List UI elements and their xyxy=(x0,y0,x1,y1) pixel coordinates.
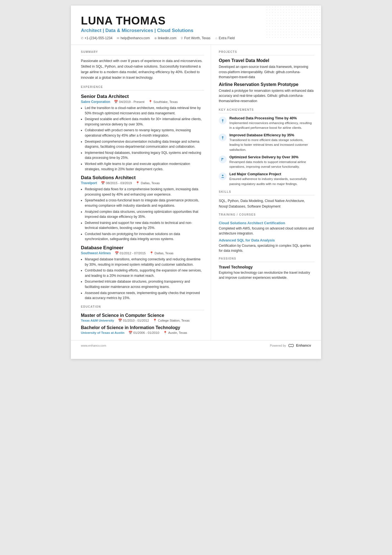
svg-point-0 xyxy=(222,119,223,120)
star-icon: ☆ xyxy=(215,36,218,40)
pin-icon-1: 📍 xyxy=(148,100,152,104)
edu-item-2: Bachelor of Science in Information Techn… xyxy=(81,325,204,335)
edu-school-2: University of Texas at Austin xyxy=(81,331,125,334)
achievement-item-3: Optimized Service Delivery by Over 30% R… xyxy=(219,155,314,169)
skills-text: SQL, Python, Data Modeling, Cloud Native… xyxy=(219,198,314,209)
projects-divider xyxy=(219,55,314,55)
passion-title-1: Travel Technology xyxy=(219,265,314,269)
achievement-title-1: Reduced Data Processing Time by 40% xyxy=(229,116,314,120)
person-achievement-icon xyxy=(221,174,225,178)
svg-point-3 xyxy=(222,175,223,176)
pin-icon-edu2: 📍 xyxy=(163,331,167,335)
contact-info: ✆ +1-(234)-555-1234 ✉ help@enhancv.com ⊕… xyxy=(81,36,311,40)
candidate-title: Architect | Data & Microservices | Cloud… xyxy=(81,28,311,33)
extra-contact: ☆ Extra Field xyxy=(215,36,235,40)
achievements-label: KEY ACHIEVEMENTS xyxy=(219,108,314,111)
link-icon: ⊕ xyxy=(154,36,157,40)
powered-by-text: Powered by xyxy=(270,344,286,347)
email-contact: ✉ help@enhancv.com xyxy=(117,36,150,40)
achievements-divider xyxy=(219,113,314,113)
footer-branding: Powered by Enhancv xyxy=(270,343,311,348)
job-meta-1: Sabre Corporation 📅 04/2019 - Present 📍 … xyxy=(81,100,204,104)
main-content: SUMMARY Passionate architect with over 8… xyxy=(71,45,321,340)
achievement-item-2: Improved Database Efficiency by 35% Tran… xyxy=(219,133,314,152)
education-divider xyxy=(81,310,204,310)
edu-meta-1: Texas A&M University 📅 01/2010 - 01/2012… xyxy=(81,319,204,322)
footer-website: www.enhancv.com xyxy=(81,344,106,347)
phone-icon: ✆ xyxy=(81,36,83,40)
bullet-1-2: Designed scalable and efficient data mod… xyxy=(85,117,204,127)
job-dates-2: 📅 08/2015 - 03/2019 xyxy=(101,181,132,185)
svg-rect-2 xyxy=(222,158,222,161)
bullet-3-2: Contributed to data modeling efforts, su… xyxy=(85,268,204,278)
education-label: EDUCATION xyxy=(81,305,204,308)
bullet-2-4: Delivered training and support for new d… xyxy=(85,220,204,231)
edu-school-1: Texas A&M University xyxy=(81,319,114,322)
job-bullets-2: Redesigned data flows for a comprehensiv… xyxy=(81,187,204,242)
training-title-1: Cloud Solutions Architect Certification xyxy=(219,221,314,225)
job-bullets-3: Managed database transitions, enhancing … xyxy=(81,257,204,301)
passions-divider xyxy=(219,262,314,262)
job-meta-3: Southwest Airlines 📅 01/2012 - 07/2015 📍… xyxy=(81,251,204,255)
summary-divider xyxy=(81,55,204,55)
achievement-title-2: Improved Database Efficiency by 35% xyxy=(229,133,314,137)
edu-degree-2: Bachelor of Science in Information Techn… xyxy=(81,325,204,330)
achievement-title-3: Optimized Service Delivery by Over 30% xyxy=(229,155,314,159)
training-desc-1: Completed with AWS, focusing on advanced… xyxy=(219,226,314,236)
achievement-icon-4 xyxy=(219,172,227,180)
pin-icon-3: 📍 xyxy=(150,251,153,255)
right-column: PROJECTS Open Travel Data Model Develope… xyxy=(211,45,321,340)
job-location-2: 📍 Dallas, Texas xyxy=(136,181,160,185)
bullet-3-4: Assessed data governance needs, implemen… xyxy=(85,290,204,301)
location-contact: ⚲ Fort Worth, Texas xyxy=(181,36,210,40)
edu-loc-2: 📍 Austin, Texas xyxy=(163,331,187,335)
bullet-1-5: Implemented Nosql databases, transitioni… xyxy=(85,150,204,161)
calendar-icon-3: 📅 xyxy=(115,251,119,255)
calendar-icon-1: 📅 xyxy=(114,100,118,104)
phone-contact: ✆ +1-(234)-555-1234 xyxy=(81,36,112,40)
achievement-desc-4: Ensured adherence to industry standards,… xyxy=(229,177,314,186)
job-meta-2: Travelport 📅 08/2015 - 03/2019 📍 Dallas,… xyxy=(81,181,204,185)
project-title-2: Airline Reservation System Prototype xyxy=(219,82,314,87)
achievement-content-1: Reduced Data Processing Time by 40% Impl… xyxy=(229,116,314,130)
candidate-name: LUNA THOMAS xyxy=(81,14,311,27)
training-label: TRAINING / COURSES xyxy=(219,213,314,216)
training-item-2: Advanced SQL for Data Analysis Certifica… xyxy=(219,238,314,253)
bullet-1-3: Collaborated with product owners to reva… xyxy=(85,128,204,138)
job-company-1: Sabre Corporation xyxy=(81,100,110,104)
project-desc-1: Developed an open-source travel data fra… xyxy=(219,64,314,80)
experience-label: EXPERIENCE xyxy=(81,85,204,88)
training-desc-2: Certification by Coursera, specializing … xyxy=(219,243,314,253)
enhancv-logo-icon xyxy=(288,343,294,348)
bullet-2-5: Conducted hands-on prototyping for innov… xyxy=(85,231,204,242)
job-location-1: 📍 Southlake, Texas xyxy=(148,100,178,104)
job-bullets-1: Led the transition to a cloud-native arc… xyxy=(81,105,204,172)
job-title-2: Data Solutions Architect xyxy=(81,175,204,181)
bullet-1-4: Developed comprehensive documentation in… xyxy=(85,139,204,149)
linkedin-contact: ⊕ linkedin.com xyxy=(154,36,177,40)
job-title-1: Senior Data Architect xyxy=(81,94,204,99)
summary-label: SUMMARY xyxy=(81,50,204,53)
achievement-title-4: Led Major Compliance Project xyxy=(229,172,314,176)
achievement-desc-1: Implemented microservices enhancing effi… xyxy=(229,121,314,130)
calendar-icon-edu2: 📅 xyxy=(128,331,132,335)
bullet-1-1: Led the transition to a cloud-native arc… xyxy=(85,105,204,116)
job-company-2: Travelport xyxy=(81,181,97,185)
svg-point-1 xyxy=(222,136,223,138)
experience-divider xyxy=(81,90,204,90)
passions-label: PASSIONS xyxy=(219,257,314,260)
job-dates-1: 📅 04/2019 - Present xyxy=(114,100,144,104)
flag-achievement-icon xyxy=(221,157,225,161)
job-company-3: Southwest Airlines xyxy=(81,251,111,255)
pin-achievement-icon xyxy=(221,119,225,122)
bullet-2-3: Analyzed complex data structures, uncove… xyxy=(85,209,204,219)
training-title-2: Advanced SQL for Data Analysis xyxy=(219,238,314,242)
job-item-1: Senior Data Architect Sabre Corporation … xyxy=(81,94,204,172)
passion-item-1: Travel Technology Exploring how technolo… xyxy=(219,265,314,280)
edu-meta-2: University of Texas at Austin 📅 01/2006 … xyxy=(81,331,204,335)
job-title-3: Database Engineer xyxy=(81,245,204,251)
edu-dates-1: 📅 01/2010 - 01/2012 xyxy=(118,319,149,322)
edu-degree-1: Master of Science in Computer Science xyxy=(81,313,204,318)
project-item-1: Open Travel Data Model Developed an open… xyxy=(219,58,314,80)
achievement-content-3: Optimized Service Delivery by Over 30% R… xyxy=(229,155,314,169)
